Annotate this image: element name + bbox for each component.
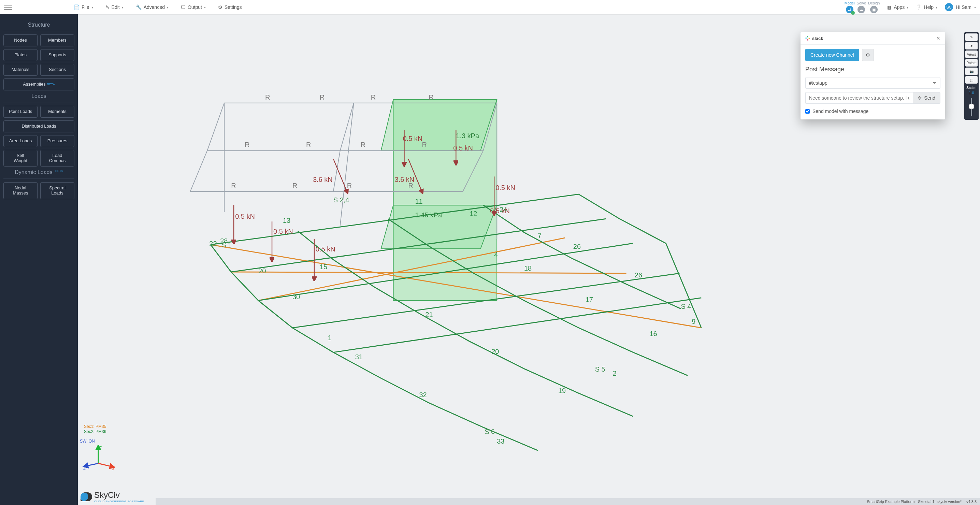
svg-text:2: 2 bbox=[613, 370, 617, 377]
camera-button[interactable]: 📷 bbox=[965, 68, 978, 75]
support-label: S 6 bbox=[485, 428, 495, 435]
main-menu: 📄 File ▾ ✎ Edit ▾ 🔧 Advanced ▾ 🖵 Output … bbox=[74, 5, 242, 10]
slack-settings-button[interactable]: ⚙ bbox=[862, 49, 874, 61]
post-message-heading: Post Message bbox=[805, 66, 940, 73]
user-menu[interactable]: SC Hi Sam ▾ bbox=[945, 3, 976, 11]
solve-icon[interactable]: ☁ bbox=[858, 6, 865, 13]
beta-badge: BETA bbox=[47, 83, 55, 86]
menu-file[interactable]: 📄 File ▾ bbox=[74, 5, 93, 10]
menu-output[interactable]: 🖵 Output ▾ bbox=[181, 5, 206, 10]
views-button[interactable]: Views bbox=[965, 51, 978, 58]
user-greeting: Hi Sam bbox=[956, 5, 972, 10]
menu-advanced[interactable]: 🔧 Advanced ▾ bbox=[136, 5, 169, 10]
scale-slider-thumb[interactable] bbox=[969, 104, 974, 109]
tab-model[interactable]: Model bbox=[845, 1, 855, 5]
pencil-tool-button[interactable]: ✎ bbox=[965, 33, 978, 41]
btn-materials[interactable]: Materials bbox=[3, 64, 38, 76]
selfweight-flag: SW: ON bbox=[80, 439, 95, 444]
brand-mark-icon bbox=[81, 492, 92, 501]
svg-text:15: 15 bbox=[320, 263, 327, 271]
tab-solve[interactable]: Solve bbox=[857, 1, 866, 5]
svg-text:21: 21 bbox=[425, 311, 433, 319]
model-viewport[interactable]: RRRR RRRR RRRR bbox=[78, 14, 980, 505]
btn-nodal-masses[interactable]: Nodal Masses bbox=[3, 182, 38, 199]
force-label: 0.5 kN bbox=[316, 245, 336, 253]
apps-grid-icon: ▦ bbox=[887, 5, 892, 10]
chevron-down-icon: ▾ bbox=[167, 5, 169, 9]
menu-file-label: File bbox=[81, 5, 89, 10]
menu-edit-label: Edit bbox=[111, 5, 120, 10]
top-menubar: 📄 File ▾ ✎ Edit ▾ 🔧 Advanced ▾ 🖵 Output … bbox=[0, 0, 980, 14]
svg-text:R: R bbox=[231, 182, 236, 190]
box-button[interactable]: ⬚ bbox=[965, 76, 978, 84]
btn-moments[interactable]: Moments bbox=[40, 106, 75, 118]
sidebar: Structure Nodes Members Plates Supports … bbox=[0, 14, 78, 505]
force-label: 0.5 kN bbox=[403, 135, 423, 142]
send-model-checkbox-row[interactable]: Send model with message bbox=[805, 108, 940, 114]
menu-apps-label: Apps bbox=[894, 5, 905, 10]
brand-sub: CLOUD ENGINEERING SOFTWARE bbox=[94, 500, 144, 503]
message-input[interactable] bbox=[805, 92, 913, 104]
svg-text:R: R bbox=[371, 94, 376, 101]
btn-plates[interactable]: Plates bbox=[3, 49, 38, 61]
wrench-icon: 🔧 bbox=[136, 5, 142, 10]
btn-self-weight[interactable]: Self Weight bbox=[3, 150, 38, 167]
menu-advanced-label: Advanced bbox=[144, 5, 165, 10]
svg-text:9: 9 bbox=[692, 318, 695, 325]
menu-apps[interactable]: ▦ Apps ▾ bbox=[887, 5, 908, 10]
close-icon[interactable]: ✕ bbox=[936, 35, 940, 41]
create-channel-button[interactable]: Create new Channel bbox=[805, 49, 859, 61]
btn-members[interactable]: Members bbox=[40, 35, 75, 46]
btn-load-combos[interactable]: Load Combos bbox=[40, 150, 75, 167]
gear-icon: ⚙ bbox=[218, 5, 223, 10]
menu-help[interactable]: ❔ Help ▾ bbox=[916, 5, 937, 10]
svg-text:4: 4 bbox=[494, 251, 498, 258]
send-button[interactable]: ✈ Send bbox=[913, 92, 940, 104]
slack-logo-icon bbox=[805, 36, 810, 41]
btn-nodes[interactable]: Nodes bbox=[3, 35, 38, 46]
btn-supports[interactable]: Supports bbox=[40, 49, 75, 61]
visibility-button[interactable]: 👁 bbox=[965, 42, 978, 49]
rotate-button[interactable]: Rotate bbox=[965, 59, 978, 67]
svg-text:12: 12 bbox=[469, 210, 477, 217]
svg-text:X: X bbox=[112, 467, 115, 471]
design-icon[interactable]: ▣ bbox=[870, 6, 878, 13]
btn-point-loads[interactable]: Point Loads bbox=[3, 106, 38, 118]
svg-rect-57 bbox=[807, 39, 808, 41]
svg-text:17: 17 bbox=[585, 296, 593, 303]
svg-text:R: R bbox=[245, 141, 250, 148]
menu-settings[interactable]: ⚙ Settings bbox=[218, 5, 242, 10]
svg-text:24: 24 bbox=[500, 206, 507, 213]
send-model-checkbox[interactable] bbox=[805, 109, 810, 114]
slack-brand: slack bbox=[805, 36, 823, 41]
svg-line-18 bbox=[333, 159, 347, 191]
channel-select[interactable]: #testapp bbox=[805, 77, 940, 89]
btn-spectral-loads[interactable]: Spectral Loads bbox=[40, 182, 75, 199]
model-status-icon[interactable]: ⇄✓ bbox=[846, 6, 853, 13]
hamburger-icon[interactable] bbox=[4, 3, 12, 11]
svg-text:R: R bbox=[293, 182, 297, 190]
btn-distributed-loads[interactable]: Distributed Loads bbox=[3, 121, 75, 132]
btn-pressures[interactable]: Pressures bbox=[40, 135, 75, 147]
file-icon: 📄 bbox=[74, 5, 80, 10]
btn-area-loads[interactable]: Area Loads bbox=[3, 135, 38, 147]
svg-line-49 bbox=[98, 464, 113, 467]
tab-design[interactable]: Design bbox=[868, 1, 880, 5]
svg-text:28: 28 bbox=[220, 237, 228, 245]
section-legend: Sec1: PM35 Sec2: PM36 bbox=[84, 424, 106, 435]
chevron-down-icon: ▾ bbox=[907, 5, 908, 9]
sidebar-heading-structure: Structure bbox=[3, 22, 75, 31]
menu-edit[interactable]: ✎ Edit ▾ bbox=[105, 5, 124, 10]
btn-sections[interactable]: Sections bbox=[40, 64, 75, 76]
support-label: S 2,4 bbox=[333, 196, 349, 204]
scale-slider[interactable] bbox=[971, 98, 972, 116]
svg-text:22: 22 bbox=[209, 240, 217, 247]
brand-name: SkyCiv bbox=[94, 490, 144, 500]
svg-text:R: R bbox=[347, 182, 352, 190]
version-text: v4.3.3 bbox=[966, 500, 977, 503]
svg-text:R: R bbox=[429, 94, 433, 101]
chevron-down-icon: ▾ bbox=[935, 5, 937, 9]
svg-rect-56 bbox=[809, 38, 810, 39]
btn-assemblies[interactable]: Assemblies BETA bbox=[3, 78, 75, 91]
svg-text:30: 30 bbox=[293, 293, 300, 301]
